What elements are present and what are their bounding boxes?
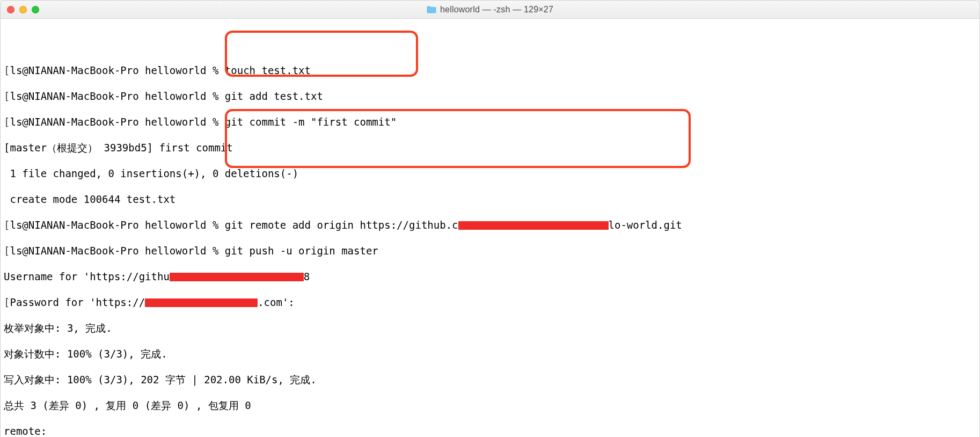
out-commit-3: create mode 100644 test.txt [4, 193, 976, 206]
terminal-window: helloworld — -zsh — 129×27 [ls@NIANAN-Ma… [0, 0, 980, 437]
redacted-username [170, 273, 304, 281]
out-remote1: remote: [4, 425, 976, 437]
prompt: ls@NIANAN-MacBook-Pro helloworld % [10, 245, 224, 257]
prompt: ls@NIANAN-MacBook-Pro helloworld % [10, 90, 224, 102]
cmd-touch: touch test.txt [225, 64, 311, 76]
close-button[interactable] [7, 6, 14, 13]
cmd-remote-post: lo-world.git [609, 219, 682, 231]
minimize-button[interactable] [19, 6, 27, 13]
prompt: ls@NIANAN-MacBook-Pro helloworld % [10, 116, 224, 128]
out-count: 对象计数中: 100% (3/3), 完成. [4, 347, 976, 360]
cmd-commit: git commit -m "first commit" [225, 116, 397, 128]
folder-icon [427, 6, 436, 13]
out-username-pre: Username for 'https://githu [4, 271, 170, 282]
out-enum: 枚举对象中: 3, 完成. [4, 322, 976, 334]
terminal-content[interactable]: [ls@NIANAN-MacBook-Pro helloworld % touc… [1, 19, 979, 437]
zoom-button[interactable] [32, 6, 39, 13]
out-password-pre: Password for 'https:// [10, 296, 145, 308]
cmd-remote-pre: git remote add origin https://github.c [225, 219, 458, 231]
traffic-lights [7, 6, 39, 13]
redacted-remote-url [458, 221, 609, 230]
prompt: ls@NIANAN-MacBook-Pro helloworld % [10, 219, 224, 231]
cmd-gitadd: git add test.txt [225, 90, 323, 102]
titlebar: helloworld — -zsh — 129×27 [1, 1, 979, 19]
out-write: 写入对象中: 100% (3/3), 202 字节 | 202.00 KiB/s… [4, 373, 976, 386]
out-total: 总共 3 (差异 0) , 复用 0 (差异 0) , 包复用 0 [4, 399, 976, 412]
redacted-password [145, 298, 258, 307]
prompt: ls@NIANAN-MacBook-Pro helloworld % [10, 64, 224, 76]
out-commit-1: [master（根提交） 3939bd5] first commit [4, 141, 976, 154]
cmd-push: git push -u origin master [225, 245, 378, 257]
window-title: helloworld — -zsh — 129×27 [440, 5, 553, 14]
out-password-post: .com': [258, 296, 295, 308]
out-commit-2: 1 file changed, 0 insertions(+), 0 delet… [4, 167, 976, 180]
out-username-post: 8 [304, 271, 310, 282]
